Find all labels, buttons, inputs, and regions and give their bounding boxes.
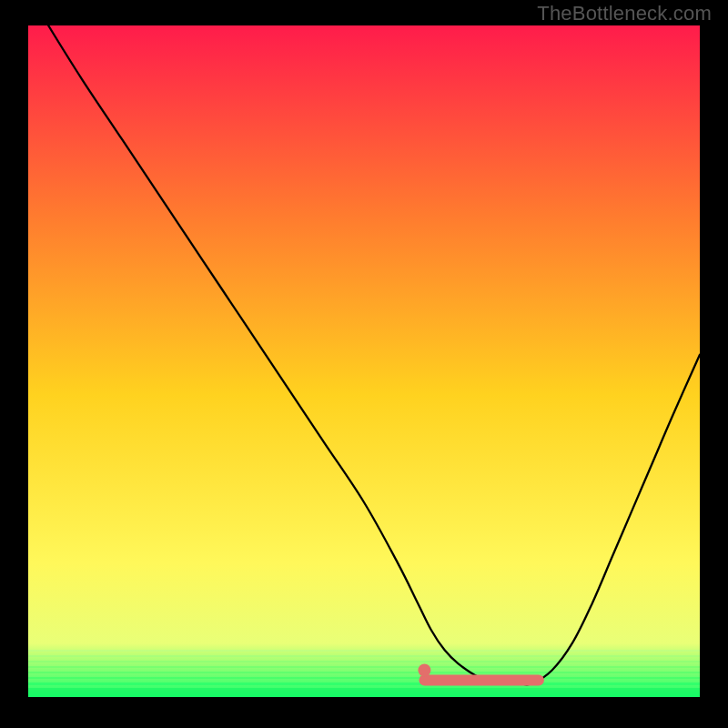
svg-rect-5 — [28, 672, 700, 673]
optimal-point-marker — [418, 663, 430, 676]
gradient-background — [28, 25, 700, 697]
chart-frame: TheBottleneck.com — [0, 0, 728, 728]
svg-rect-2 — [28, 655, 700, 657]
watermark-text: TheBottleneck.com — [537, 2, 712, 25]
svg-rect-8 — [28, 688, 700, 697]
green-banding — [28, 650, 700, 697]
svg-rect-6 — [28, 677, 700, 679]
svg-rect-7 — [28, 682, 700, 685]
bottleneck-chart — [28, 25, 700, 697]
svg-rect-3 — [28, 661, 700, 662]
svg-rect-4 — [28, 666, 700, 668]
svg-rect-1 — [28, 650, 700, 652]
